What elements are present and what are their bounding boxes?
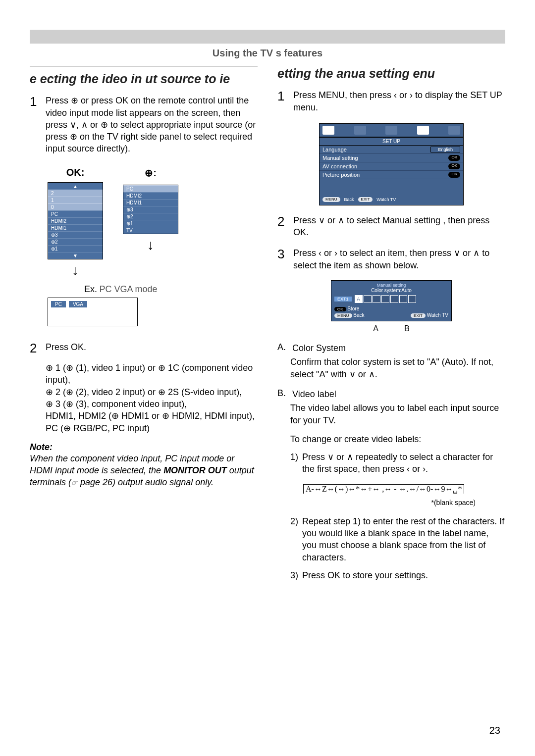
input-column: ⊕: PC HDMI2 HDMI1 ⊕3 ⊕2 ⊕1 TV ↓: [123, 167, 178, 278]
a-body: Confirm that color system is set to "A" …: [290, 356, 505, 380]
b-change: To change or create video labels:: [290, 433, 505, 445]
left-step-2: 2 Press OK.: [30, 341, 258, 356]
b3-text: Press OK to store your settings.: [302, 569, 428, 581]
setup-row-value: OK: [448, 163, 460, 169]
vga-tag: VGA: [69, 301, 87, 307]
setup-row-label: AV connection: [322, 163, 357, 169]
menu-chip: MENU: [334, 313, 352, 318]
list-item: ⊕2: [48, 238, 103, 245]
right-step-2: 2 Press ∨ or ∧ to select Manual setting …: [277, 214, 505, 242]
slot: [373, 295, 380, 303]
item-b: B. Video label: [277, 388, 505, 400]
list-item: ⊕1: [48, 245, 103, 252]
tab-icon: [322, 126, 334, 135]
ex-mode: PC VGA mode: [99, 284, 157, 294]
right-step1-text: Press MENU, then press ‹ or › to display…: [293, 89, 505, 113]
right-step-1: 1 Press MENU, then press ‹ or › to displ…: [277, 89, 505, 116]
down-arrow-icon: ↓: [147, 237, 154, 253]
watch-label: Watch TV: [427, 312, 448, 318]
setup-row-language: Language English: [320, 146, 463, 154]
list-item: HDMI1: [48, 224, 103, 231]
list-item: HDMI2: [123, 192, 178, 199]
ms-left-chips: OK Store MENU Back: [334, 306, 365, 318]
setup-row-label: Picture position: [322, 172, 360, 178]
video-list-a: ▲ 2 1 0 PC HDMI2 HDMI1 ⊕3 ⊕2 ⊕1 ▼: [48, 182, 103, 259]
input-definitions: ⊕ 1 (⊕ (1), video 1 input) or ⊕ 1C (comp…: [46, 362, 258, 434]
back-label: Back: [353, 312, 364, 318]
list-item: ⊕3: [123, 206, 178, 213]
step-number: 1: [30, 95, 41, 109]
b2-text: Repeat step 1) to enter the rest of the …: [302, 515, 505, 563]
b2-num: 2): [290, 515, 298, 563]
b-step1: 1) Press ∨ or ∧ repeatedly to select a c…: [290, 451, 505, 475]
exit-chip: EXIT: [358, 197, 373, 202]
input-list-graphic: OK: ▲ 2 1 0 PC HDMI2 HDMI1 ⊕3 ⊕2 ⊕1 ▼ ↓ …: [48, 167, 258, 278]
content-columns: e ecting the ideo in ut source to ie 1 P…: [30, 66, 505, 581]
b-step2: 2) Repeat step 1) to enter the rest of t…: [290, 515, 505, 563]
b1-num: 1): [290, 451, 298, 475]
setup-row-manual: Manual setting OK: [320, 154, 463, 162]
step-body: Press OK.: [46, 341, 258, 356]
b-body: The video label allows you to label each…: [290, 402, 505, 426]
list-item: 0: [48, 203, 103, 210]
list-down-arrow-icon: ▼: [48, 252, 103, 259]
input-header: ⊕:: [145, 167, 157, 179]
list-item: 1: [48, 197, 103, 203]
ext1-badge: EXT1: [334, 297, 352, 302]
step-number: 2: [30, 341, 41, 355]
page-number: 23: [489, 725, 500, 736]
slot: [364, 295, 372, 303]
tab-icon: [354, 126, 366, 135]
setup-row-label: Manual setting: [322, 155, 358, 161]
setup-row-av: AV connection OK: [320, 162, 463, 171]
left-step-1: 1 Press ⊕ or press OK on the remote cont…: [30, 95, 258, 157]
ms-footer: OK Store MENU Back EXIT Watch TV: [334, 306, 448, 318]
header-band: [30, 30, 505, 44]
setup-footer: MENU Back EXIT Watch TV: [320, 194, 463, 205]
a-label: A.: [277, 342, 288, 354]
list-item: 2: [48, 190, 103, 197]
list-item: TV: [123, 227, 178, 234]
left-step2-text: Press OK.: [46, 341, 258, 353]
slot: [381, 295, 389, 303]
setup-tabs: [320, 124, 463, 138]
b1-text: Press ∨ or ∧ repeatedly to select a char…: [302, 451, 505, 475]
b-title: Video label: [292, 388, 505, 400]
setup-menu-graphic: SET UP Language English Manual setting O…: [319, 123, 464, 205]
setup-title: SET UP: [320, 138, 463, 146]
list-item: HDMI1: [123, 199, 178, 206]
step-number: 2: [277, 214, 288, 229]
exit-chip: EXIT: [411, 313, 426, 318]
ex-label: Ex.: [84, 284, 97, 294]
ab-labels: A B: [277, 324, 505, 333]
char-seq-text: A-↔Z↔(↔)↔*↔+↔ ,↔ - ↔.↔/↔0-↔9↔␣*: [303, 484, 464, 494]
setup-row-value: OK: [448, 155, 460, 161]
ok-header: OK:: [66, 167, 85, 178]
ms-row: EXT1 A: [334, 295, 448, 303]
list-up-arrow-icon: ▲: [48, 183, 103, 190]
left-column: e ecting the ideo in ut source to ie 1 P…: [30, 66, 258, 581]
step-body: Press ⊕ or press OK on the remote contro…: [46, 95, 258, 157]
char-sequence: A-↔Z↔(↔)↔*↔+↔ ,↔ - ↔.↔/↔0-↔9↔␣*: [303, 484, 464, 494]
setup-row-value: English: [430, 147, 460, 152]
blank-space-note: *(blank space): [277, 499, 476, 506]
section-header: Using the TV s features: [30, 45, 505, 66]
down-arrow-icon: ↓: [72, 262, 79, 278]
list-item: ⊕2: [123, 213, 178, 220]
b3-num: 3): [290, 569, 298, 581]
step-number: 1: [277, 89, 288, 103]
manual-setting-graphic: Manual setting Color system:Auto EXT1 A …: [331, 280, 452, 321]
item-a: A. Color System: [277, 342, 505, 354]
note-text: When the component video input, PC input…: [30, 454, 254, 488]
ms-sub: Color system:Auto: [334, 288, 448, 293]
setup-row-label: Language: [322, 147, 347, 152]
b-step3: 3) Press OK to store your settings.: [290, 569, 505, 581]
tab-icon: [417, 126, 429, 135]
b-label: B.: [277, 388, 288, 400]
tab-icon: [385, 126, 397, 135]
setup-row-picture: Picture position OK: [320, 171, 463, 179]
video-list-b: PC HDMI2 HDMI1 ⊕3 ⊕2 ⊕1 TV: [123, 185, 178, 234]
setup-row-value: OK: [448, 172, 460, 178]
watch-label: Watch TV: [376, 197, 396, 202]
slot: [399, 295, 407, 303]
